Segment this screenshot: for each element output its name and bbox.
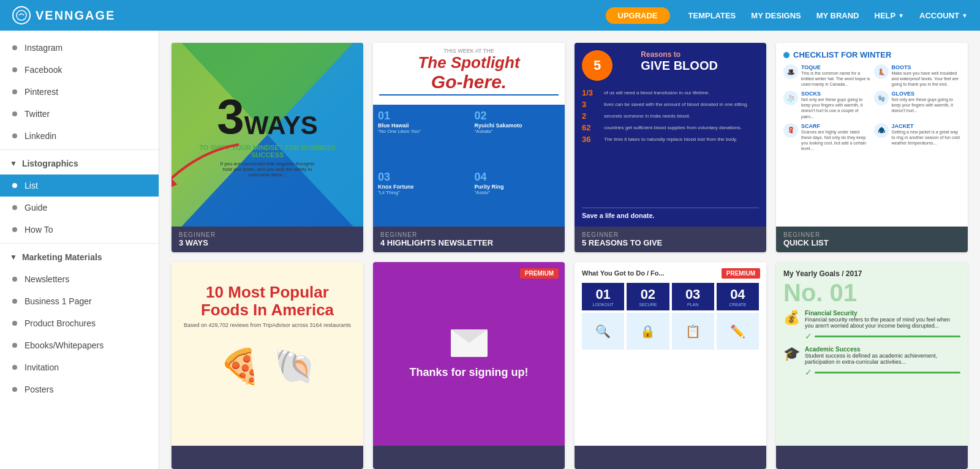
sidebar-item-product-brochures[interactable]: Product Brochures bbox=[0, 312, 159, 334]
sidebar-item-newsletters[interactable]: Newsletters bbox=[0, 268, 159, 290]
card-title: 3 WAYS bbox=[179, 238, 356, 247]
card3-give-blood: GIVE BLOOD bbox=[641, 59, 759, 73]
card7-background: What You Got to Do / Fo... 01 LOOKOUT 02… bbox=[575, 262, 766, 446]
card3-cta: Save a life and donate. bbox=[582, 208, 759, 219]
sidebar-item-facebook[interactable]: Facebook bbox=[0, 59, 159, 81]
sidebar-item-label: Pinterest bbox=[24, 87, 58, 97]
pizza-icon: 🍕 bbox=[219, 347, 262, 386]
card-image: 10 Most Popular Foods In America Based o… bbox=[172, 262, 363, 446]
card2-grid: 01 Blue Hawaii "No One Likes You" 02 Ryu… bbox=[373, 105, 565, 227]
logo[interactable]: VENNGAGE bbox=[12, 6, 115, 24]
scarf-icon: 🧣 bbox=[783, 123, 798, 138]
card4-item-toque: 🎩 TOQUE This is the common name for a kn… bbox=[783, 64, 870, 87]
sidebar-item-label: Business 1 Pager bbox=[24, 296, 92, 306]
bullet-icon bbox=[12, 133, 17, 138]
bullet-icon bbox=[12, 277, 17, 282]
bullet-icon bbox=[12, 205, 17, 210]
card-title: QUICK LIST bbox=[783, 238, 960, 247]
upgrade-button[interactable]: UPGRADE bbox=[606, 7, 670, 24]
sidebar-item-ebooks[interactable]: Ebooks/Whitepapers bbox=[0, 334, 159, 356]
nav-my-designs[interactable]: MY DESIGNS bbox=[751, 11, 801, 20]
card1-ways-label: WAYS bbox=[244, 110, 318, 141]
sidebar-item-instagram[interactable]: Instagram bbox=[0, 37, 159, 59]
card8-goals: 💰 Financial Security Financial security … bbox=[783, 310, 960, 377]
top-navigation: VENNGAGE UPGRADE TEMPLATES MY DESIGNS MY… bbox=[0, 0, 980, 31]
bullet-icon bbox=[12, 343, 17, 348]
main-content: 3 WAYS TO SHIFT YOUR MINDSET FOR BUSINES… bbox=[159, 31, 980, 469]
card-image: CHECKLIST FOR WINTER 🎩 TOQUE This is the… bbox=[776, 43, 968, 227]
nav-my-brand[interactable]: MY BRAND bbox=[816, 11, 859, 20]
card2-cell-3: 03 Knox Fortune "Lil Thing" bbox=[373, 166, 469, 227]
template-card-checklist[interactable]: CHECKLIST FOR WINTER 🎩 TOQUE This is the… bbox=[776, 43, 968, 252]
card-level: BEGINNER bbox=[783, 231, 960, 238]
template-grid: 3 WAYS TO SHIFT YOUR MINDSET FOR BUSINES… bbox=[172, 43, 968, 469]
template-card-what-to-do[interactable]: PREMIUM What You Got to Do / Fo... 01 LO… bbox=[575, 262, 766, 469]
nav-account[interactable]: ACCOUNT ▼ bbox=[919, 11, 968, 20]
logo-icon bbox=[12, 6, 31, 24]
cell-plan: 03 PLAN bbox=[672, 283, 714, 310]
goal-text: Financial security refers to the peace o… bbox=[805, 317, 960, 329]
bullet-icon bbox=[12, 321, 17, 326]
sidebar-item-guide[interactable]: Guide bbox=[0, 197, 159, 219]
card-image: Thanks for signing up! bbox=[373, 262, 565, 446]
progress-bar bbox=[815, 372, 960, 373]
sidebar-item-invitation[interactable]: Invitation bbox=[0, 356, 159, 378]
gloves-icon: 🧤 bbox=[874, 91, 889, 105]
logo-text: VENNGAGE bbox=[36, 9, 115, 23]
template-card-foods[interactable]: 10 Most Popular Foods In America Based o… bbox=[172, 262, 363, 469]
stat-5: 36 The time it takes to naturally replac… bbox=[582, 135, 759, 144]
sidebar-item-twitter[interactable]: Twitter bbox=[0, 103, 159, 125]
card3-header: 5 Reasons to GIVE BLOOD bbox=[582, 50, 759, 81]
card5-background: 10 Most Popular Foods In America Based o… bbox=[172, 262, 363, 446]
template-card-spotlight[interactable]: THIS WEEK AT THE The SpotlightGo-here. 0… bbox=[373, 43, 565, 252]
card7-icons-row: 🔍 🔒 📋 ✏️ bbox=[582, 313, 759, 350]
nav-help[interactable]: HELP ▼ bbox=[875, 11, 905, 20]
card1-body: If you are concerned that negative thoug… bbox=[219, 161, 317, 178]
premium-badge: PREMIUM bbox=[722, 268, 760, 279]
sidebar-item-list[interactable]: List bbox=[0, 174, 159, 197]
card4-title: CHECKLIST FOR WINTER bbox=[783, 50, 960, 59]
sidebar-section-listographics[interactable]: ▼ Listographics bbox=[0, 152, 159, 174]
lookout-icon: 🔍 bbox=[582, 313, 624, 350]
sidebar-item-howto[interactable]: How To bbox=[0, 219, 159, 241]
template-card-give-blood[interactable]: 5 Reasons to GIVE BLOOD 1/3 of us will n… bbox=[575, 43, 766, 252]
cell-lookout: 01 LOOKOUT bbox=[582, 283, 624, 310]
boots-icon: 👢 bbox=[874, 64, 889, 79]
card4-item-scarf: 🧣 SCARF Scarves are highly under rated t… bbox=[783, 123, 870, 151]
bullet-icon bbox=[12, 45, 17, 50]
sidebar-item-label: Instagram bbox=[24, 43, 62, 53]
sidebar-item-label: Posters bbox=[24, 385, 53, 394]
premium-badge: PREMIUM bbox=[520, 268, 559, 279]
card3-number: 5 bbox=[582, 50, 612, 81]
template-card-goals[interactable]: My Yearly Goals / 2017 No. 01 💰 Financia… bbox=[776, 262, 968, 469]
sidebar-item-pinterest[interactable]: Pinterest bbox=[0, 81, 159, 103]
sidebar-item-posters[interactable]: Posters bbox=[0, 378, 159, 400]
sidebar-section-marketing[interactable]: ▼ Marketing Materials bbox=[0, 246, 159, 268]
card1-background: 3 WAYS TO SHIFT YOUR MINDSET FOR BUSINES… bbox=[172, 43, 363, 227]
sidebar-item-label: Invitation bbox=[24, 362, 59, 372]
card6-title: Thanks for signing up! bbox=[410, 366, 529, 379]
sidebar-item-linkedin[interactable]: Linkedin bbox=[0, 125, 159, 147]
progress-bar bbox=[815, 336, 960, 337]
card4-item-socks: 🧦 SOCKS Not only are these guys going to… bbox=[783, 91, 870, 119]
sidebar: Instagram Facebook Pinterest Twitter Lin… bbox=[0, 31, 159, 469]
svg-point-0 bbox=[17, 10, 26, 20]
envelope-icon bbox=[451, 329, 488, 357]
sidebar-item-label: Newsletters bbox=[24, 274, 69, 284]
template-card-3ways[interactable]: 3 WAYS TO SHIFT YOUR MINDSET FOR BUSINES… bbox=[172, 43, 363, 252]
card-image: 5 Reasons to GIVE BLOOD 1/3 of us will n… bbox=[575, 43, 766, 227]
template-card-thanks[interactable]: PREMIUM Thanks for signing up! bbox=[373, 262, 565, 469]
card-image: What You Got to Do / Fo... 01 LOOKOUT 02… bbox=[575, 262, 766, 446]
goal-academic: 🎓 Academic Success Student success is de… bbox=[783, 346, 960, 377]
sidebar-item-label: List bbox=[24, 181, 38, 190]
sidebar-item-label: Twitter bbox=[24, 109, 50, 119]
goal-text: Student success is defined as academic a… bbox=[805, 353, 960, 365]
create-icon: ✏️ bbox=[717, 313, 759, 350]
bullet-icon bbox=[12, 89, 17, 94]
card-level: BEGINNER bbox=[179, 231, 356, 238]
stat-2: 3 lives can be saved with the amount of … bbox=[582, 100, 759, 109]
card2-header: THIS WEEK AT THE The SpotlightGo-here. bbox=[373, 43, 565, 105]
sidebar-item-business1pager[interactable]: Business 1 Pager bbox=[0, 290, 159, 312]
card6-background: Thanks for signing up! bbox=[373, 262, 565, 446]
nav-templates[interactable]: TEMPLATES bbox=[688, 11, 736, 20]
